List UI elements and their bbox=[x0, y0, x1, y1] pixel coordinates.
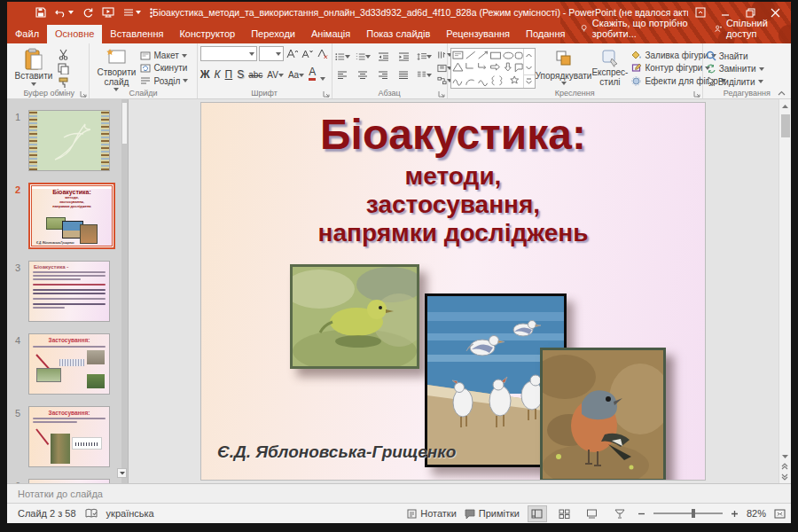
thumbnail-slide-6[interactable]: 6 Застосування: bbox=[7, 479, 128, 483]
thumbnail-slide-5[interactable]: 5 Застосування: bbox=[7, 406, 128, 467]
slide-subtitle-text[interactable]: методи, застосування, напрямки досліджен… bbox=[201, 162, 705, 247]
share-button[interactable]: Спільний доступ bbox=[704, 14, 791, 43]
font-group: Ж К П S abc AV Aa А Шрифт bbox=[198, 43, 332, 98]
notes-toggle[interactable]: Нотатки bbox=[407, 508, 457, 519]
align-left-icon[interactable] bbox=[335, 68, 350, 82]
new-slide-button[interactable]: Створити слайд bbox=[92, 46, 140, 86]
font-color-button[interactable]: А bbox=[309, 66, 316, 81]
zoom-level-indicator[interactable]: 82% bbox=[747, 508, 766, 519]
drawing-dialog-launcher[interactable] bbox=[693, 90, 700, 98]
slide-sorter-view-button[interactable] bbox=[555, 505, 575, 522]
bold-button[interactable]: Ж bbox=[200, 69, 210, 81]
undo-icon[interactable] bbox=[55, 8, 74, 18]
reset-button[interactable]: Скинути bbox=[140, 63, 188, 73]
grow-font-icon[interactable] bbox=[286, 47, 299, 60]
warbler-photo[interactable] bbox=[290, 264, 419, 369]
notes-pane[interactable]: Нотатки до слайда bbox=[7, 483, 791, 503]
font-size-combo[interactable] bbox=[259, 46, 284, 61]
character-spacing-button[interactable]: AV bbox=[267, 69, 284, 81]
font-dialog-launcher[interactable] bbox=[323, 90, 330, 98]
quick-styles-button[interactable]: Експрес-стилі bbox=[591, 46, 628, 86]
bullets-icon[interactable] bbox=[335, 50, 350, 63]
tab-view[interactable]: Подання bbox=[518, 25, 573, 43]
fit-slide-to-window-icon[interactable] bbox=[774, 509, 786, 519]
chaffinch-photo[interactable] bbox=[540, 348, 666, 481]
save-icon[interactable] bbox=[35, 7, 46, 18]
underline-button[interactable]: П bbox=[225, 69, 233, 81]
thumbnail-scroll-down-icon[interactable] bbox=[117, 468, 127, 478]
copy-icon[interactable] bbox=[56, 63, 71, 74]
slideshow-view-button[interactable] bbox=[610, 505, 630, 522]
slide-canvas[interactable]: Біоакустика: методи, застосування, напря… bbox=[129, 99, 791, 483]
slide-editing-surface[interactable]: Біоакустика: методи, застосування, напря… bbox=[200, 102, 706, 481]
redo-icon[interactable] bbox=[82, 7, 93, 18]
scrollbar-thumb[interactable] bbox=[781, 114, 790, 137]
spellcheck-icon[interactable] bbox=[85, 508, 98, 519]
italic-button[interactable]: К bbox=[215, 69, 221, 81]
comments-toggle[interactable]: Примітки bbox=[465, 508, 520, 519]
start-slideshow-icon[interactable] bbox=[102, 7, 114, 18]
next-slide-icon[interactable] bbox=[781, 473, 788, 481]
reading-view-button[interactable] bbox=[583, 505, 602, 522]
cut-icon[interactable] bbox=[56, 49, 71, 60]
previous-slide-icon[interactable] bbox=[781, 463, 788, 470]
font-color-caret[interactable] bbox=[320, 77, 325, 81]
find-button[interactable]: Знайти bbox=[706, 51, 764, 61]
thumbnail-slide-3[interactable]: 3 Біоакустика - bbox=[7, 261, 128, 322]
clipboard-dialog-launcher[interactable] bbox=[80, 90, 87, 98]
tab-transitions[interactable]: Переходи bbox=[243, 25, 303, 43]
language-indicator[interactable]: українська bbox=[106, 508, 154, 519]
change-case-button[interactable]: Aa bbox=[288, 69, 304, 81]
align-right-icon[interactable] bbox=[376, 68, 391, 82]
thumbnail-scrollbar[interactable] bbox=[121, 99, 128, 483]
scroll-up-icon[interactable] bbox=[779, 99, 791, 113]
columns-icon[interactable] bbox=[417, 68, 432, 82]
replace-button[interactable]: Замінити bbox=[706, 64, 764, 74]
arrange-button[interactable]: Упорядкувати bbox=[536, 46, 592, 86]
thumbnail-slide-2[interactable]: 2 Біоакустика: методи, застосування, нап… bbox=[7, 183, 128, 249]
slide-number-indicator[interactable]: Слайд 2 з 58 bbox=[18, 508, 76, 519]
section-button[interactable]: Розділ bbox=[140, 76, 188, 86]
line-spacing-icon[interactable] bbox=[417, 50, 432, 63]
thumbnail-slide-4[interactable]: 4 Застосування: bbox=[7, 333, 128, 395]
align-center-icon[interactable] bbox=[356, 68, 371, 82]
format-painter-icon[interactable] bbox=[56, 77, 71, 89]
text-shadow-button[interactable]: S bbox=[237, 69, 244, 81]
collapse-ribbon-icon[interactable] bbox=[778, 90, 786, 96]
zoom-slider-thumb[interactable] bbox=[692, 509, 695, 518]
tell-me-box[interactable]: Скажіть, що потрібно зробити... bbox=[573, 14, 704, 43]
tab-file[interactable]: Файл bbox=[7, 25, 47, 43]
thumbnail-slide-1[interactable]: 1 bbox=[7, 110, 128, 171]
justify-icon[interactable] bbox=[396, 68, 411, 82]
clear-formatting-icon[interactable] bbox=[316, 47, 329, 60]
select-button[interactable]: Виділити bbox=[706, 76, 764, 87]
font-name-combo[interactable] bbox=[200, 46, 258, 61]
layout-button[interactable]: Макет bbox=[140, 51, 188, 60]
zoom-slider[interactable] bbox=[653, 512, 723, 514]
tab-insert[interactable]: Вставлення bbox=[102, 25, 171, 43]
thumb-body-lines bbox=[29, 271, 109, 309]
shapes-gallery-scroll[interactable] bbox=[523, 49, 535, 88]
strikethrough-button[interactable]: abc bbox=[248, 69, 262, 81]
decrease-indent-icon[interactable] bbox=[376, 50, 391, 63]
paste-dropdown-caret[interactable] bbox=[31, 82, 36, 86]
scroll-down-icon[interactable] bbox=[782, 455, 788, 459]
zoom-in-icon[interactable] bbox=[731, 510, 739, 518]
customize-qat-icon[interactable] bbox=[123, 8, 141, 17]
slide-author-text[interactable]: Є.Д. Яблоновська-Грищенко bbox=[217, 442, 456, 462]
slide-title-text[interactable]: Біоакустика: bbox=[201, 110, 705, 159]
numbering-icon[interactable] bbox=[356, 50, 371, 63]
zoom-out-icon[interactable] bbox=[638, 510, 645, 518]
paste-button[interactable]: Вставити bbox=[12, 46, 56, 86]
canvas-vertical-scrollbar[interactable] bbox=[778, 99, 791, 483]
shrink-font-icon[interactable] bbox=[301, 47, 314, 60]
shapes-gallery[interactable] bbox=[450, 48, 536, 89]
tab-home[interactable]: Основне bbox=[47, 25, 102, 43]
paragraph-dialog-launcher[interactable] bbox=[438, 90, 445, 98]
tab-review[interactable]: Рецензування bbox=[438, 25, 518, 43]
tab-slideshow[interactable]: Показ слайдів bbox=[358, 25, 438, 43]
tab-animations[interactable]: Анімація bbox=[303, 25, 358, 43]
increase-indent-icon[interactable] bbox=[396, 50, 411, 63]
tab-design[interactable]: Конструктор bbox=[171, 25, 243, 43]
normal-view-button[interactable] bbox=[528, 505, 547, 522]
